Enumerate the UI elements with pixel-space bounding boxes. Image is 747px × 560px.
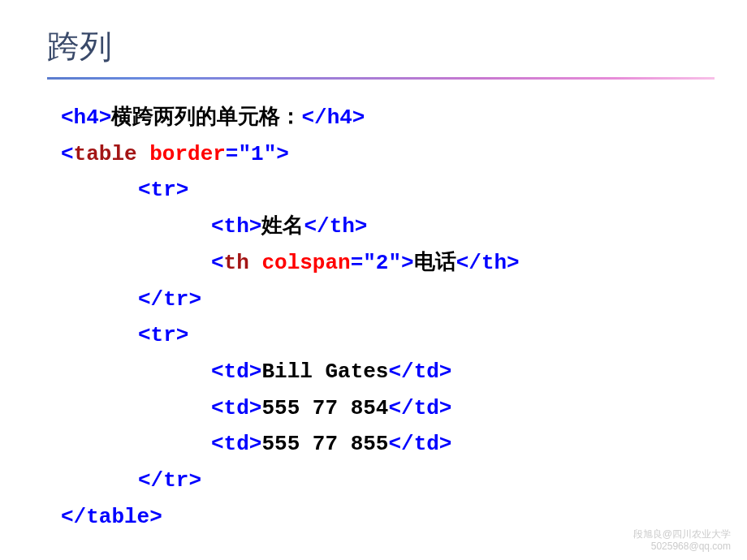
code-line-h4: <h4>横跨两列的单元格：</h4> bbox=[61, 100, 747, 136]
th-open: <th> bbox=[211, 214, 261, 239]
th-tag: th bbox=[224, 251, 249, 275]
code-line-td1: <td>Bill Gates</td> bbox=[61, 354, 747, 390]
th2-text: 电话 bbox=[414, 251, 456, 275]
code-line-table-open: <table border="1"> bbox=[61, 136, 747, 173]
code-line-tr1-open: <tr> bbox=[61, 172, 747, 209]
code-block: <h4>横跨两列的单元格：</h4> <table border="1"> <t… bbox=[0, 100, 747, 536]
code-line-tr2-open: <tr> bbox=[61, 317, 747, 354]
h4-text: 横跨两列的单元格： bbox=[111, 106, 301, 130]
code-line-th2: <th colspan="2">电话</th> bbox=[61, 245, 747, 282]
table-tag-name: table bbox=[74, 142, 137, 166]
code-line-tr2-close: </tr> bbox=[61, 463, 747, 499]
slide-title: 跨列 bbox=[0, 0, 747, 77]
th-close: </th> bbox=[304, 214, 367, 239]
tr-open2: <tr> bbox=[138, 323, 188, 347]
th2-lt: < bbox=[211, 251, 224, 275]
tag-h4-close: </h4> bbox=[301, 106, 365, 130]
footer-email: 5025968@qq.com bbox=[633, 541, 731, 554]
colspan-val: "2" bbox=[363, 251, 401, 275]
td2-text: 555 77 854 bbox=[261, 396, 388, 420]
td1-text: Bill Gates bbox=[261, 360, 388, 384]
code-line-td2: <td>555 77 854</td> bbox=[61, 390, 747, 427]
td-close3: </td> bbox=[388, 432, 451, 456]
space2 bbox=[249, 251, 262, 275]
tag-h4-open: <h4> bbox=[61, 106, 111, 130]
th2-close: </th> bbox=[456, 251, 520, 275]
tr-close: </tr> bbox=[138, 287, 201, 312]
td-open2: <td> bbox=[211, 396, 261, 420]
table-open-gt: > bbox=[276, 142, 289, 166]
td-close: </td> bbox=[388, 360, 451, 384]
td-open3: <td> bbox=[211, 432, 261, 456]
code-line-tr1-close: </tr> bbox=[61, 282, 747, 318]
title-divider bbox=[47, 77, 715, 80]
code-line-th1: <th>姓名</th> bbox=[61, 209, 747, 245]
th2-gt: > bbox=[401, 251, 414, 275]
tr-open: <tr> bbox=[138, 178, 188, 202]
border-attr: border bbox=[149, 142, 226, 166]
td-close2: </td> bbox=[388, 396, 451, 420]
footer: 段旭良@四川农业大学 5025968@qq.com bbox=[633, 528, 731, 554]
code-line-td3: <td>555 77 855</td> bbox=[61, 426, 747, 463]
table-close: </table> bbox=[61, 505, 162, 529]
border-eq: = bbox=[226, 142, 239, 166]
colspan-attr: colspan bbox=[261, 251, 350, 275]
td-open: <td> bbox=[211, 360, 261, 384]
border-val: "1" bbox=[238, 142, 276, 166]
colspan-eq: = bbox=[351, 251, 364, 275]
tr-close2: </tr> bbox=[138, 468, 201, 493]
footer-author: 段旭良@四川农业大学 bbox=[633, 528, 731, 541]
space bbox=[137, 142, 150, 166]
th1-text: 姓名 bbox=[261, 214, 304, 239]
table-open-lt: < bbox=[61, 142, 74, 166]
td3-text: 555 77 855 bbox=[261, 432, 388, 456]
